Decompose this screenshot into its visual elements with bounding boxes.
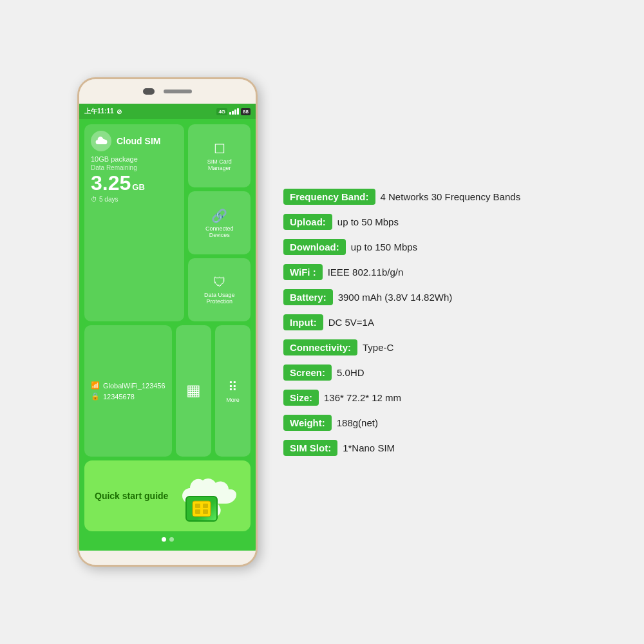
dot-inactive	[169, 537, 174, 542]
spec-row-8: Size:136* 72.2* 12 mm	[283, 390, 567, 406]
spec-label-5: Input:	[283, 314, 323, 330]
link-icon: ⊘	[117, 108, 122, 115]
spec-row-4: Battery:3900 mAh (3.8V 14.82Wh)	[283, 289, 567, 305]
spec-label-4: Battery:	[283, 289, 333, 305]
sim-card-overlay	[185, 496, 218, 522]
lte-badge: 4G	[216, 108, 227, 115]
camera	[143, 88, 155, 95]
spec-value-5: DC 5V=1A	[328, 317, 374, 328]
sim-card-manager-block[interactable]: ☐ SIM CardManager	[188, 124, 251, 187]
sim-chip-svg	[191, 500, 212, 518]
spec-value-7: 5.0HD	[337, 367, 365, 378]
spec-label-0: Frequency Band:	[283, 189, 375, 205]
top-section: Cloud SIM 10GB package Data Remaining 3.…	[84, 124, 251, 321]
data-usage-label: Data UsageProtection	[204, 292, 235, 305]
spec-label-9: Weight:	[283, 415, 332, 431]
wifi-block[interactable]: 📶 GlobalWiFi_123456 🔒 12345678	[84, 325, 172, 457]
sim-card-icon: ☐	[214, 141, 225, 156]
data-usage-protection-block[interactable]: 🛡 Data UsageProtection	[188, 258, 251, 321]
wifi-password: 12345678	[103, 393, 135, 401]
quick-start-graphic	[182, 470, 240, 522]
qr-block[interactable]: ▦	[176, 325, 211, 457]
lock-row: 🔒 12345678	[91, 392, 166, 401]
speaker	[164, 90, 192, 93]
data-unit: GB	[132, 182, 145, 192]
link-devices-icon: 🔗	[211, 208, 227, 223]
clock-icon: ⏱	[91, 196, 97, 203]
spec-value-10: 1*Nano SIM	[343, 442, 395, 453]
data-amount: 3.25 GB	[91, 173, 145, 193]
spec-label-10: SIM Slot:	[283, 440, 337, 456]
data-number: 3.25	[91, 173, 131, 193]
spec-row-2: Download:up to 150 Mbps	[283, 239, 567, 255]
screen-content: Cloud SIM 10GB package Data Remaining 3.…	[79, 119, 256, 551]
cloud-sim-icon	[91, 131, 111, 151]
signal-bar-4	[237, 108, 239, 115]
spec-row-6: Connectivity:Type-C	[283, 339, 567, 355]
spec-row-3: WiFi :IEEE 802.11b/g/n	[283, 264, 567, 280]
sim-card-label: SIM CardManager	[207, 158, 232, 171]
spec-value-2: up to 150 Mbps	[351, 242, 417, 252]
spec-value-9: 188g(net)	[337, 417, 378, 428]
lock-icon: 🔒	[91, 392, 100, 401]
quick-start-text: Quick start guide	[95, 490, 168, 502]
qr-icon: ▦	[186, 381, 201, 399]
cloud-sim-title: Cloud SIM	[117, 136, 160, 146]
spec-row-5: Input:DC 5V=1A	[283, 314, 567, 330]
shield-icon: 🛡	[213, 275, 226, 290]
spec-value-0: 4 Networks 30 Frequency Bands	[381, 191, 521, 202]
dots-indicator	[84, 535, 251, 545]
days-value: 5 days	[99, 196, 118, 203]
svg-rect-1	[195, 504, 200, 508]
data-badge: 88	[241, 108, 251, 115]
svg-rect-2	[203, 504, 208, 508]
connected-devices-block[interactable]: 🔗 ConnectedDevices	[188, 191, 251, 254]
spec-label-6: Connectivity:	[283, 339, 357, 355]
time-display: 上午11:11	[84, 107, 114, 116]
svg-rect-0	[193, 501, 211, 516]
more-label: More	[226, 397, 240, 403]
cloud-sim-block[interactable]: Cloud SIM 10GB package Data Remaining 3.…	[84, 124, 184, 321]
middle-section: 📶 GlobalWiFi_123456 🔒 12345678 ▦	[84, 325, 251, 457]
data-remaining-label: Data Remaining	[91, 164, 137, 171]
signal-bar-1	[229, 112, 231, 115]
main-container: 上午11:11 ⊘ 4G 88	[0, 0, 644, 644]
spec-value-3: IEEE 802.11b/g/n	[328, 267, 404, 278]
spec-value-6: Type-C	[363, 342, 393, 353]
wifi-ssid: GlobalWiFi_123456	[103, 382, 166, 390]
wifi-row: 📶 GlobalWiFi_123456	[91, 381, 166, 390]
signal-bar-2	[232, 111, 234, 115]
screen: 上午11:11 ⊘ 4G 88	[79, 104, 256, 551]
days-row: ⏱ 5 days	[91, 196, 118, 203]
status-bar: 上午11:11 ⊘ 4G 88	[79, 104, 256, 119]
spec-value-4: 3900 mAh (3.8V 14.82Wh)	[338, 292, 453, 303]
signal-bars	[229, 108, 239, 115]
spec-row-9: Weight:188g(net)	[283, 415, 567, 431]
spec-value-8: 136* 72.2* 12 mm	[324, 392, 401, 403]
wifi-icon: 📶	[91, 381, 100, 390]
spec-value-1: up to 50 Mbps	[337, 216, 399, 227]
status-right: 4G 88	[216, 108, 251, 115]
spec-row-1: Upload:up to 50 Mbps	[283, 214, 567, 230]
svg-rect-3	[195, 509, 200, 514]
spec-label-8: Size:	[283, 390, 319, 406]
phone-wrapper: 上午11:11 ⊘ 4G 88	[77, 77, 258, 567]
connected-devices-label: ConnectedDevices	[205, 225, 234, 238]
signal-bar-3	[234, 109, 236, 115]
more-grid-icon: ⠿	[228, 379, 238, 395]
dot-active	[162, 537, 166, 542]
phone-top-bar	[79, 79, 256, 104]
phone: 上午11:11 ⊘ 4G 88	[77, 77, 258, 567]
spec-label-3: WiFi :	[283, 264, 323, 280]
status-left: 上午11:11 ⊘	[84, 107, 122, 116]
spec-label-1: Upload:	[283, 214, 332, 230]
more-block[interactable]: ⠿ More	[215, 325, 251, 457]
spec-row-7: Screen:5.0HD	[283, 365, 567, 381]
quick-start-guide[interactable]: Quick start guide	[84, 460, 251, 531]
cloud-sim-header: Cloud SIM	[91, 131, 160, 151]
package-label: 10GB package	[91, 155, 138, 163]
phone-bottom-bezel	[79, 551, 256, 565]
right-icons: ☐ SIM CardManager 🔗 ConnectedDevices 🛡 D…	[188, 124, 251, 321]
spec-row-0: Frequency Band:4 Networks 30 Frequency B…	[283, 189, 567, 205]
specs-panel: Frequency Band:4 Networks 30 Frequency B…	[283, 189, 567, 456]
